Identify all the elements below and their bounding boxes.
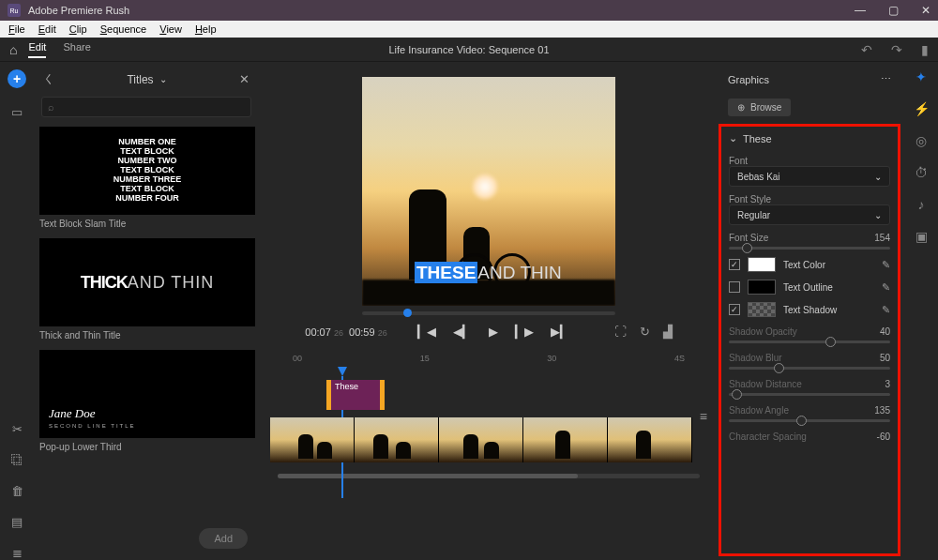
snap-icon[interactable]: ▟ (663, 325, 673, 339)
shadow-opacity-label: Shadow Opacity (729, 326, 797, 337)
shadow-blur-label: Shadow Blur (729, 353, 782, 363)
titles-panel-header: Titles (127, 73, 153, 86)
eyedropper-icon[interactable]: ✎ (882, 259, 890, 271)
graphics-panel: Graphics ⋯ ⊕Browse ⌄These Font Bebas Kai… (715, 62, 904, 560)
maximize-button[interactable]: ▢ (888, 4, 899, 17)
menu-sequence[interactable]: Sequence (94, 23, 154, 35)
transform-tool-icon[interactable]: ▣ (915, 229, 928, 244)
left-toolrail: + ▭ ✂ ⿻ 🗑 ▤ ≣ (0, 62, 34, 560)
preview-scrubber[interactable] (362, 311, 615, 315)
menu-bar: File Edit Clip Sequence View Help (0, 21, 938, 38)
text-shadow-swatch[interactable] (748, 302, 776, 317)
tab-edit[interactable]: Edit (28, 41, 46, 58)
eyedropper-icon[interactable]: ✎ (882, 281, 890, 294)
undo-icon[interactable]: ↶ (861, 42, 872, 57)
playhead[interactable] (338, 367, 347, 376)
home-icon[interactable]: ⌂ (9, 42, 17, 57)
menu-view[interactable]: View (153, 23, 189, 35)
delete-icon[interactable]: 🗑 (11, 484, 23, 498)
redo-icon[interactable]: ↷ (891, 42, 902, 57)
font-label: Font (729, 156, 890, 166)
shadow-blur-slider[interactable] (729, 367, 890, 370)
list-icon[interactable]: ≣ (12, 546, 23, 560)
app-name: Adobe Premiere Rush (28, 5, 129, 16)
text-outline-swatch[interactable] (748, 280, 776, 295)
go-start-icon[interactable]: ▎◀ (417, 325, 436, 339)
color-tool-icon[interactable]: ◎ (915, 133, 927, 148)
font-size-slider[interactable] (729, 247, 890, 250)
timeline: 00 15 30 4S These (270, 354, 707, 478)
audio-tool-icon[interactable]: ♪ (918, 197, 925, 212)
chevron-down-icon: ⌄ (874, 210, 882, 220)
speed-tool-icon[interactable]: ⏱ (915, 165, 928, 180)
go-end-icon[interactable]: ▶▎ (551, 325, 569, 339)
menu-clip[interactable]: Clip (63, 23, 94, 35)
close-panel-icon[interactable]: ✕ (239, 72, 250, 86)
timeline-ruler: 00 15 30 4S (270, 354, 707, 367)
app-icon: Ru (8, 4, 21, 17)
font-dropdown[interactable]: Bebas Kai⌄ (729, 166, 890, 187)
text-shadow-checkbox[interactable]: ✓ (729, 304, 740, 315)
graphics-header: Graphics (728, 74, 769, 85)
step-back-icon[interactable]: ◀▎ (453, 325, 472, 339)
shadow-distance-slider[interactable] (729, 393, 890, 396)
shadow-opacity-slider[interactable] (729, 341, 890, 343)
window-titlebar: Ru Adobe Premiere Rush — ▢ ✕ (0, 0, 938, 21)
menu-file[interactable]: File (2, 23, 32, 35)
title-preset-label: Thick and Thin Title (39, 330, 253, 341)
title-preset[interactable]: NUMBER ONE TEXT BLOCK NUMBER TWO TEXT BL… (39, 127, 253, 229)
title-clip[interactable]: These (326, 380, 385, 410)
font-style-dropdown[interactable]: Regular⌄ (729, 204, 890, 225)
font-size-label: Font Size (729, 233, 768, 243)
shadow-angle-label: Shadow Angle (729, 405, 789, 416)
project-icon[interactable]: ▭ (11, 105, 23, 119)
right-toolrail: ✦ ⚡ ◎ ⏱ ♪ ▣ (904, 62, 938, 560)
step-fwd-icon[interactable]: ▎▶ (515, 325, 534, 339)
fullscreen-icon[interactable]: ⛶ (614, 325, 627, 339)
tab-share[interactable]: Share (63, 41, 90, 58)
title-track[interactable]: These (270, 380, 707, 410)
char-spacing-label: Character Spacing (729, 431, 807, 442)
chevron-down-icon: ⌄ (874, 172, 882, 182)
add-button[interactable]: Add (199, 528, 248, 549)
titles-panel: く Titles ⌄ ✕ ⌕ NUMBER ONE TEXT BLOCK NUM… (34, 62, 263, 560)
close-button[interactable]: ✕ (921, 4, 930, 17)
browse-button[interactable]: ⊕Browse (728, 98, 791, 116)
chevron-down-icon[interactable]: ⌄ (159, 74, 167, 84)
track-icon[interactable]: ▤ (11, 515, 23, 529)
text-color-swatch[interactable] (748, 257, 776, 272)
layer-name: These (743, 133, 772, 144)
more-icon[interactable]: ⋯ (881, 73, 891, 85)
text-color-checkbox[interactable]: ✓ (729, 259, 740, 270)
menu-help[interactable]: Help (189, 23, 223, 35)
text-outline-checkbox[interactable] (729, 281, 740, 293)
back-icon[interactable]: く (43, 71, 54, 87)
font-size-value[interactable]: 154 (874, 233, 890, 243)
time-current: 00:07 26 00:59 26 (305, 326, 386, 338)
title-preset-label: Text Block Slam Title (39, 219, 253, 229)
video-preview[interactable]: THESEAND THIN (362, 77, 615, 306)
loop-icon[interactable]: ↻ (640, 325, 650, 339)
menu-edit[interactable]: Edit (32, 23, 63, 35)
chevron-down-icon[interactable]: ⌄ (729, 132, 737, 144)
scissors-icon[interactable]: ✂ (12, 422, 23, 436)
video-track[interactable] (270, 417, 707, 462)
shadow-angle-slider[interactable] (729, 419, 890, 422)
title-preset[interactable]: Jane Doe SECOND LINE TITLE Pop-up Lower … (39, 350, 253, 452)
titles-tool-icon[interactable]: ✦ (915, 69, 927, 84)
shadow-distance-label: Shadow Distance (729, 379, 802, 389)
add-media-button[interactable]: + (8, 69, 26, 88)
transitions-tool-icon[interactable]: ⚡ (914, 101, 930, 116)
comment-icon[interactable]: ▮ (921, 42, 929, 57)
title-preset-label: Pop-up Lower Third (39, 442, 253, 452)
transport-controls: 00:07 26 00:59 26 ▎◀ ◀▎ ▶ ▎▶ ▶▎ ⛶ ↻ ▟ (270, 325, 707, 339)
minimize-button[interactable]: — (855, 4, 866, 17)
eyedropper-icon[interactable]: ✎ (882, 304, 890, 316)
title-overlay[interactable]: THESEAND THIN (415, 263, 562, 283)
title-preset[interactable]: THICKAND THIN Thick and Thin Title (39, 238, 253, 341)
font-style-label: Font Style (729, 194, 890, 204)
preview-area: THESEAND THIN 00:07 26 00:59 26 ▎◀ ◀▎ ▶ … (263, 62, 715, 560)
search-input[interactable]: ⌕ (41, 97, 251, 117)
duplicate-icon[interactable]: ⿻ (11, 453, 23, 467)
play-icon[interactable]: ▶ (489, 325, 498, 339)
